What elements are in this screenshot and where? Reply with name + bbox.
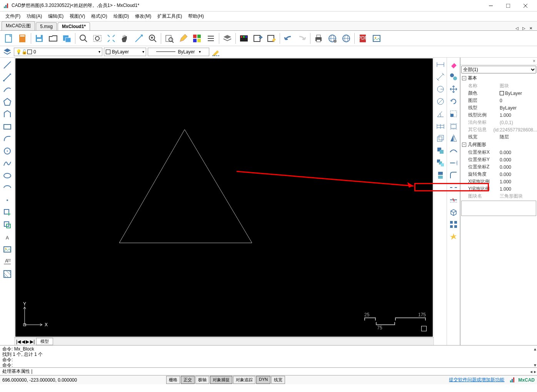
polyline-close-icon[interactable] <box>2 108 13 120</box>
save-icon[interactable] <box>33 32 46 45</box>
scroll-down-icon[interactable]: ▾ <box>534 362 536 368</box>
feedback-link[interactable]: 提交软件问题或增加新功能 <box>449 377 504 383</box>
menu-function[interactable]: 功能(A) <box>24 12 44 20</box>
dim-angular-icon[interactable] <box>435 108 446 119</box>
panel-close-icon[interactable]: × <box>533 58 535 64</box>
new-file-icon[interactable] <box>2 32 15 45</box>
status-toggle-线宽[interactable]: 线宽 <box>271 376 285 384</box>
copy2-icon[interactable] <box>448 71 459 82</box>
polygon-icon[interactable] <box>2 96 13 108</box>
prop-row[interactable]: Y缩放比例1.000 <box>460 185 537 193</box>
tab-close-icon[interactable]: ✕ <box>528 26 534 30</box>
status-toggle-对象捕捉[interactable]: 对象捕捉 <box>210 376 232 384</box>
menu-draw[interactable]: 绘图(D) <box>111 12 132 20</box>
insert-image-icon[interactable] <box>2 244 13 255</box>
dim-aligned-icon[interactable] <box>435 71 446 82</box>
command-input[interactable]: 处理基本属性 | ◂▸ <box>0 367 537 375</box>
break-icon[interactable] <box>448 182 459 193</box>
web-icon[interactable] <box>340 32 353 45</box>
dim-continue-icon[interactable] <box>435 121 446 131</box>
offset-icon[interactable] <box>448 121 459 131</box>
arc-icon[interactable] <box>2 84 13 95</box>
export-icon[interactable] <box>251 32 264 45</box>
sheet-next-icon[interactable]: ▶ <box>26 339 29 344</box>
break-at-icon[interactable] <box>448 194 459 205</box>
mtext-icon[interactable]: A <box>2 256 13 267</box>
model-tab[interactable]: 模型 <box>36 338 53 345</box>
fillet-icon[interactable] <box>448 170 459 181</box>
status-toggle-极轴[interactable]: 极轴 <box>195 376 209 384</box>
layer-selector[interactable]: 💡 🔓 0 ▾ <box>14 48 102 56</box>
scale-icon[interactable] <box>448 108 459 119</box>
line-icon[interactable] <box>2 59 13 71</box>
ellipse-icon[interactable] <box>2 170 13 181</box>
prop-row[interactable]: 图块名三角形图块 <box>460 193 537 200</box>
dim-diameter-icon[interactable] <box>435 96 446 107</box>
tab-mxcloud1[interactable]: MxCloud1* <box>58 22 90 30</box>
close-button[interactable] <box>517 0 534 11</box>
undo-icon[interactable] <box>282 32 295 45</box>
erase-icon[interactable] <box>448 59 459 70</box>
measure-icon[interactable] <box>132 32 145 45</box>
tab-5mxg[interactable]: 5.mxg <box>36 22 57 30</box>
pencil-line-icon[interactable] <box>211 47 221 57</box>
layers-icon[interactable] <box>2 47 12 57</box>
scroll-left-icon[interactable]: ◂ <box>530 369 532 374</box>
zoom-in-icon[interactable] <box>146 32 159 45</box>
colors-icon[interactable] <box>190 32 203 45</box>
maximize-button[interactable] <box>499 0 517 11</box>
menu-modify[interactable]: 修改(M) <box>133 12 153 20</box>
prop-row[interactable]: 旋转角度0.000 <box>460 171 537 178</box>
minimize-button[interactable] <box>482 0 499 11</box>
ray-icon[interactable] <box>2 71 13 83</box>
new-cloud-icon[interactable] <box>16 32 29 45</box>
status-toggle-DYN[interactable]: DYN <box>256 376 270 384</box>
image-icon[interactable] <box>370 32 383 45</box>
mirror-icon[interactable] <box>448 133 459 144</box>
prop-row[interactable]: 名称图块 <box>460 82 537 90</box>
dim-linear-icon[interactable] <box>435 59 446 70</box>
save-as-icon[interactable] <box>60 32 73 45</box>
redo-icon[interactable] <box>295 32 309 45</box>
move-icon[interactable] <box>448 84 459 95</box>
status-toggle-对象追踪[interactable]: 对象追踪 <box>233 376 255 384</box>
tab-cloud[interactable]: MxCAD云图 <box>2 21 35 30</box>
menu-help[interactable]: 帮助(H) <box>186 12 206 20</box>
prop-row[interactable]: 位置坐标Z0.000 <box>460 163 537 171</box>
highlight-icon[interactable] <box>265 32 278 45</box>
rotate-icon[interactable] <box>448 96 459 107</box>
drawing-canvas[interactable]: Y X 25175 75 <box>15 58 433 337</box>
linetype-selector[interactable]: ByLayer ▾ <box>148 48 209 56</box>
box3d-icon[interactable] <box>448 207 459 218</box>
status-toggle-正交[interactable]: 正交 <box>181 376 195 384</box>
move-down-icon[interactable] <box>435 170 446 181</box>
menu-edit[interactable]: 编辑(E) <box>46 12 66 20</box>
edit-icon[interactable] <box>177 32 190 45</box>
sheet-first-icon[interactable]: |◀ <box>16 339 21 344</box>
menu-view[interactable]: 视图(V) <box>67 12 87 20</box>
prop-row[interactable]: 位置坐标Y0.000 <box>460 156 537 163</box>
explode-icon[interactable] <box>448 231 459 242</box>
menu-format[interactable]: 格式(O) <box>89 12 109 20</box>
object-type-selector[interactable]: 全部(1) <box>461 66 536 73</box>
status-toggle-栅格[interactable]: 栅格 <box>166 376 180 384</box>
hatch-icon[interactable] <box>2 268 13 280</box>
menu-ext[interactable]: 扩展工具(E) <box>155 12 184 20</box>
prop-row[interactable]: 线型ByLayer <box>460 104 537 111</box>
prop-row[interactable]: 位置坐标X0.000 <box>460 149 537 156</box>
block-make-icon[interactable] <box>2 219 13 231</box>
copy3-icon[interactable] <box>435 158 446 168</box>
menu-file[interactable]: 文件(F) <box>3 12 23 20</box>
tool-cube-icon[interactable] <box>435 133 446 144</box>
point-icon[interactable] <box>2 194 13 206</box>
prop-row[interactable]: 其它信息(id:2245577928608... <box>460 126 537 133</box>
prop-row[interactable]: 颜色ByLayer <box>460 90 537 97</box>
layer-icon[interactable] <box>221 32 234 45</box>
web-config-icon[interactable] <box>326 32 339 45</box>
prop-row[interactable]: 图层0 <box>460 97 537 104</box>
tab-next-icon[interactable]: ▷ <box>521 26 527 30</box>
arc3-icon[interactable] <box>2 133 13 145</box>
array-icon[interactable] <box>448 219 459 230</box>
prop-row[interactable]: 线宽随层 <box>460 133 537 141</box>
copy-icon[interactable] <box>435 145 446 156</box>
